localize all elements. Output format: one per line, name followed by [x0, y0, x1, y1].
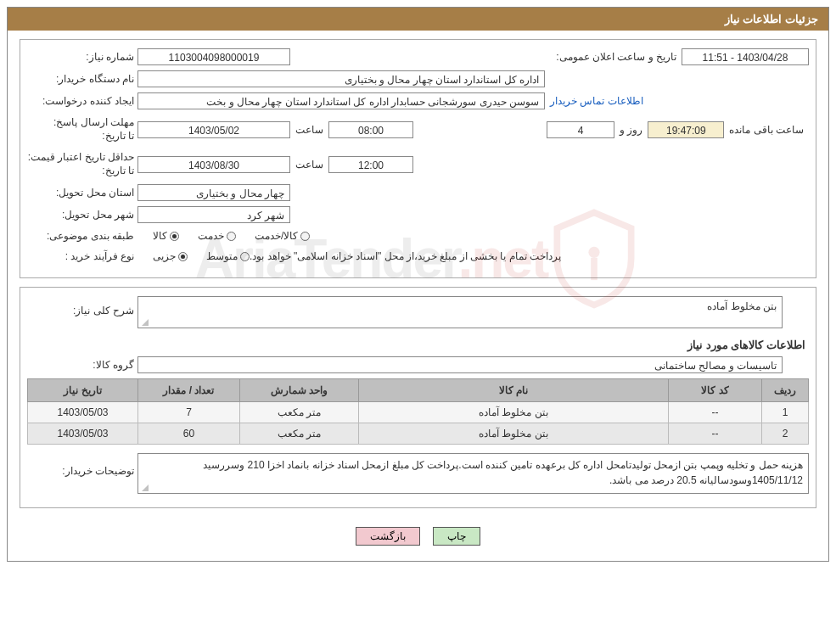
purchase-type-radios: جزیی متوسط — [137, 250, 250, 262]
print-button[interactable]: چاپ — [433, 527, 480, 546]
contact-buyer-link[interactable]: اطلاعات تماس خریدار — [545, 95, 648, 107]
table-cell: 1 — [762, 402, 809, 423]
radio-dot-icon — [227, 232, 236, 241]
table-cell: -- — [669, 402, 762, 423]
purchase-note: پرداخت تمام یا بخشی از مبلغ خرید،از محل … — [250, 250, 586, 262]
time-label-1: ساعت — [290, 122, 328, 137]
requester-value: سوسن حیدری سورشجانی حسابدار اداره کل است… — [137, 92, 545, 109]
table-cell: متر مکعب — [240, 423, 359, 445]
table-cell: 1403/05/03 — [28, 402, 138, 423]
delivery-prov-label: استان محل تحویل: — [27, 185, 137, 200]
need-desc-text: بتن مخلوط آماده — [707, 300, 777, 312]
price-valid-label: حداقل تاریخ اعتبار قیمت: تا تاریخ: — [27, 149, 137, 179]
col-need-date: تاریخ نیاز — [28, 379, 138, 402]
goods-group-value: تاسیسات و مصالح ساختمانی — [137, 356, 783, 373]
resize-handle-icon[interactable] — [140, 483, 149, 491]
reply-date-value: 1403/05/02 — [137, 121, 290, 138]
need-no-value: 1103004098000019 — [137, 48, 290, 65]
reply-time-value: 08:00 — [328, 121, 413, 138]
table-cell: بتن مخلوط آماده — [359, 402, 669, 423]
radio-goods-service[interactable]: کالا/خدمت — [239, 230, 310, 242]
goods-table: ردیف کد کالا نام کالا واحد شمارش تعداد /… — [27, 378, 809, 445]
goods-info-header: اطلاعات کالاهای مورد نیاز — [27, 333, 809, 356]
back-button[interactable]: بازگشت — [356, 527, 420, 546]
price-valid-time-value: 12:00 — [328, 156, 413, 173]
col-name: نام کالا — [359, 379, 669, 402]
col-qty: تعداد / مقدار — [138, 379, 240, 402]
announce-label: تاریخ و ساعت اعلان عمومی: — [551, 49, 682, 64]
price-valid-date-value: 1403/08/30 — [137, 156, 290, 173]
buyer-org-value: اداره کل استاندارد استان چهار محال و بخت… — [137, 70, 545, 87]
table-cell: متر مکعب — [240, 402, 359, 423]
purchase-type-label: نوع فرآیند خرید : — [27, 249, 137, 264]
button-row: چاپ بازگشت — [8, 517, 828, 561]
reply-deadline-label: مهلت ارسال پاسخ: تا تاریخ: — [27, 115, 137, 144]
col-code: کد کالا — [669, 379, 762, 402]
table-cell: 2 — [762, 423, 809, 445]
need-no-label: شماره نیاز: — [27, 49, 137, 64]
table-cell: 1403/05/03 — [28, 423, 138, 445]
col-unit: واحد شمارش — [240, 379, 359, 402]
subject-cls-radios: کالا خدمت کالا/خدمت — [137, 230, 310, 242]
table-cell: -- — [669, 423, 762, 445]
radio-medium[interactable]: متوسط — [191, 250, 250, 262]
buyer-notes-text: هزینه حمل و تخلیه وپمپ بتن ازمحل تولیدتا… — [203, 459, 803, 486]
radio-dot-icon — [240, 252, 250, 261]
remain-time-value: 19:47:09 — [648, 121, 724, 138]
subject-cls-label: طبقه بندی موضوعی: — [27, 228, 137, 244]
requester-label: ایجاد کننده درخواست: — [27, 93, 137, 109]
page-title: جزئیات اطلاعات نیاز — [725, 13, 818, 25]
table-cell: 7 — [138, 402, 240, 423]
time-label-2: ساعت — [290, 157, 328, 172]
days-count-value: 4 — [547, 121, 614, 138]
announce-value: 1403/04/28 - 11:51 — [682, 48, 809, 65]
delivery-city-label: شهر محل تحویل: — [27, 207, 137, 222]
buyer-org-label: نام دستگاه خریدار: — [27, 71, 137, 87]
table-row: 2--بتن مخلوط آمادهمتر مکعب601403/05/03 — [28, 423, 809, 445]
goods-group-label: گروه کالا: — [27, 357, 137, 372]
need-desc-label: شرح کلی نیاز: — [27, 296, 137, 318]
radio-service[interactable]: خدمت — [182, 230, 236, 242]
radio-dot-icon — [178, 252, 188, 261]
buyer-notes-textarea[interactable]: هزینه حمل و تخلیه وپمپ بتن ازمحل تولیدتا… — [137, 453, 809, 494]
buyer-notes-label: توضیحات خریدار: — [27, 453, 137, 479]
need-description-section: شرح کلی نیاز: بتن مخلوط آماده اطلاعات کا… — [20, 287, 816, 508]
col-row: ردیف — [762, 379, 809, 402]
radio-partial[interactable]: جزیی — [137, 250, 188, 262]
resize-handle-icon[interactable] — [140, 317, 149, 326]
days-and-label: روز و — [614, 122, 648, 137]
radio-dot-icon — [300, 232, 310, 241]
remain-label: ساعت باقی مانده — [724, 122, 809, 137]
table-row: 1--بتن مخلوط آمادهمتر مکعب71403/05/03 — [28, 402, 809, 423]
radio-goods[interactable]: کالا — [137, 230, 179, 242]
table-header-row: ردیف کد کالا نام کالا واحد شمارش تعداد /… — [28, 379, 809, 402]
page-header: جزئیات اطلاعات نیاز — [8, 8, 828, 31]
need-desc-textarea[interactable]: بتن مخلوط آماده — [137, 296, 783, 328]
radio-dot-icon — [170, 232, 179, 241]
delivery-prov-value: چهار محال و بختیاری — [137, 184, 290, 201]
table-cell: 60 — [138, 423, 240, 445]
table-cell: بتن مخلوط آماده — [359, 423, 669, 445]
delivery-city-value: شهر کرد — [137, 206, 290, 223]
need-details-section: شماره نیاز: 1103004098000019 تاریخ و ساع… — [20, 39, 816, 278]
